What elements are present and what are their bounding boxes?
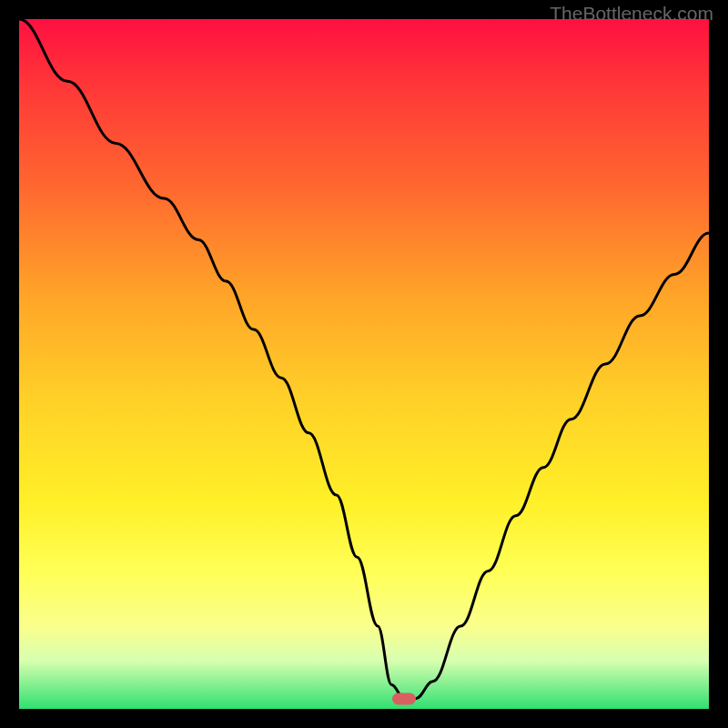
- chart-minimum-marker: [392, 693, 416, 704]
- chart-curve-line: [19, 19, 709, 709]
- chart-plot-area: [19, 19, 709, 709]
- watermark-text: TheBottleneck.com: [550, 3, 713, 25]
